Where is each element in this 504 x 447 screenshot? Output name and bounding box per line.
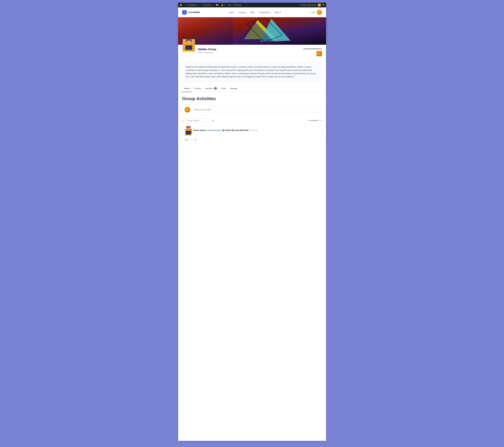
comment-button[interactable]: 💬 0 <box>185 139 189 141</box>
nav-home[interactable]: Home <box>227 10 236 15</box>
chevron-down-icon2: ▾ <box>280 11 281 13</box>
group-active-status: Active 21 days ago <box>198 51 216 54</box>
nav-actions: 🛒 (0) DJ <box>309 10 322 15</box>
howdy-text: Howdy, Daniel James <box>300 4 316 6</box>
admin-bar-right: Howdy, Daniel James DJ 🔍 <box>300 3 324 7</box>
comments-link[interactable]: 💬 3 <box>216 4 219 6</box>
main-nav: Home Courses Blog Community ▾ More ▾ <box>227 10 283 15</box>
section-title: Group Activities <box>182 96 322 101</box>
activity-text: Daniel James created the group 👤 Perfect… <box>194 129 258 132</box>
filter-left: ☍ 🔍 <box>182 118 214 122</box>
delete-button[interactable]: ✖ <box>195 139 196 141</box>
cart-icon: 🛒 <box>309 11 312 13</box>
logo-text: tutorstarter <box>188 11 200 14</box>
activity-user-avatar <box>185 129 192 136</box>
group-nav-courses[interactable]: Courses <box>192 85 203 92</box>
activity-new-post-input[interactable] <box>192 107 320 112</box>
group-info: Hidden Group Active 21 days ago <box>198 47 216 54</box>
star-icon: ☆ <box>191 139 193 141</box>
activity-action-text: created the group <box>206 129 222 131</box>
wordpress-logo-icon[interactable]: ✖ <box>180 4 182 6</box>
admin-sep: | <box>184 4 185 6</box>
everything-filter-button[interactable]: — Everything — <box>307 119 320 121</box>
nav-community[interactable]: Community ▾ <box>257 10 272 15</box>
activity-timestamp: 21 days ago <box>249 129 258 131</box>
comment-icon: 💬 <box>185 139 187 141</box>
search-activity-input[interactable] <box>186 118 210 122</box>
group-nav-members[interactable]: Members 1 <box>203 85 219 92</box>
group-nav-invite[interactable]: Invite <box>219 85 228 92</box>
main-content: Group Activities DJ ☍ 🔍 — Everything — ▾ <box>178 92 326 149</box>
favorite-button[interactable]: ☆ <box>191 139 193 141</box>
nav-more[interactable]: More ▾ <box>273 10 283 15</box>
activity-user-name[interactable]: Daniel James <box>194 129 206 131</box>
cover-image <box>178 17 326 45</box>
admin-bar-left: ✖ | CohortBased | ✏ Customize | 💬 3 🔔 0 … <box>180 4 241 6</box>
nav-blog[interactable]: Blog <box>249 10 256 15</box>
group-name: Hidden Group <box>198 48 216 51</box>
cohort-based-link[interactable]: CohortBased <box>187 4 197 6</box>
group-nav-manage[interactable]: Manage <box>228 85 239 92</box>
user-avatar[interactable]: DJ <box>317 10 322 15</box>
description-section: Group for the students of Perfect Diet a… <box>182 62 322 82</box>
admin-search-icon[interactable]: 🔍 <box>322 4 325 6</box>
group-nav-home[interactable]: Home <box>182 85 192 92</box>
admin-bar: ✖ | CohortBased | ✏ Customize | 💬 3 🔔 0 … <box>178 3 326 7</box>
activity-input-area: DJ <box>182 104 322 115</box>
group-avatar <box>182 39 196 52</box>
search-activity-button[interactable]: 🔍 <box>212 119 214 122</box>
group-avatar-image <box>183 39 195 51</box>
avatar-notebook <box>186 131 191 135</box>
members-count-badge: 1 <box>214 87 217 90</box>
activity-header: 👤 Daniel James created the group 👤 Perfe… <box>185 129 319 136</box>
table-row: 👤 Daniel James created the group 👤 Perfe… <box>182 126 322 144</box>
close-icon: ✖ <box>195 139 196 141</box>
new-link[interactable]: + New <box>227 4 231 6</box>
avatar-notebook-bar <box>185 134 191 135</box>
group-profile-left: Hidden Group Active 21 days ago <box>182 47 216 54</box>
notif-link[interactable]: 🔔 0 <box>221 4 225 6</box>
group-nav: Home Courses Members 1 Invite Manage <box>178 85 326 92</box>
filter-right: — Everything — ▾ <box>307 119 322 122</box>
current-user-avatar: DJ <box>184 107 190 113</box>
logo-icon: T <box>182 10 187 15</box>
customize-link[interactable]: ✏ Customize <box>201 4 211 6</box>
activity-group-name[interactable]: 👤 Perfect Diet and Meal Plan <box>222 129 249 132</box>
cart-button[interactable]: 🛒 (0) <box>309 11 315 13</box>
nav-courses[interactable]: Courses <box>237 10 248 15</box>
group-icon: 👤 <box>222 129 224 132</box>
admin-avatar[interactable]: DJ <box>318 3 321 7</box>
filter-dropdown-icon[interactable]: ▾ <box>321 119 322 122</box>
site-logo[interactable]: T tutorstarter <box>182 10 200 15</box>
site-header: T tutorstarter Home Courses Blog Communi… <box>178 7 326 17</box>
group-description: Group for the students of Perfect Diet a… <box>186 65 319 78</box>
chevron-down-icon: ▾ <box>269 11 270 13</box>
admin-sep2: | <box>199 4 199 6</box>
group-admins-label: Group Administrators <box>304 48 322 50</box>
group-admin-avatar[interactable]: DJ <box>316 51 322 56</box>
admin-sep3: | <box>213 4 214 6</box>
activity-actions: 💬 0 ☆ ✖ <box>185 137 319 141</box>
group-admins-section: Group Administrators DJ <box>304 47 322 56</box>
activity-feed: 👤 Daniel James created the group 👤 Perfe… <box>182 126 322 144</box>
rss-icon: ☍ <box>182 119 184 122</box>
cover-graphic <box>178 17 326 45</box>
cover-section: Hidden Group Active 21 days ago Group Ad… <box>178 17 326 59</box>
activity-filter-bar: ☍ 🔍 — Everything — ▾ <box>182 117 322 124</box>
edit-group-link[interactable]: Edit Group <box>233 4 241 6</box>
activity-user-avatar-wrap: 👤 <box>185 129 192 136</box>
group-profile-area: Hidden Group Active 21 days ago Group Ad… <box>178 45 326 59</box>
